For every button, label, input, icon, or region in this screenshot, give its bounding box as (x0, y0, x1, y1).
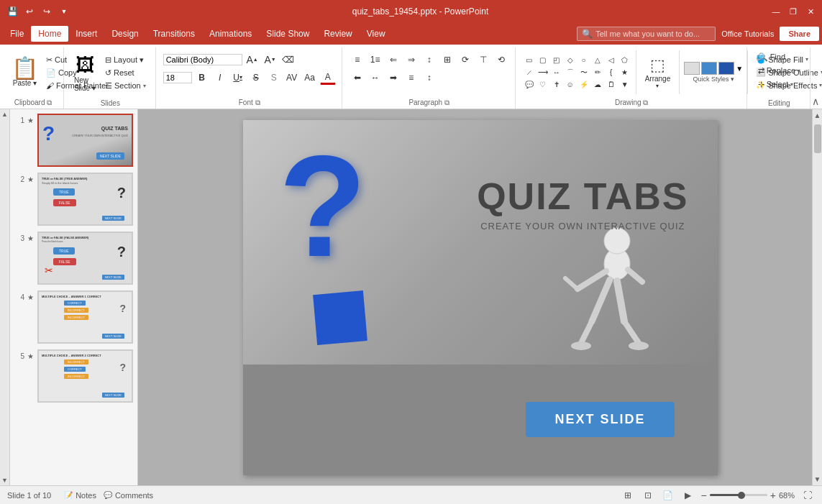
justify-button[interactable]: ≡ (403, 70, 419, 85)
reset-button[interactable]: ↺Reset (101, 67, 150, 79)
shape-freeform[interactable]: 〜 (577, 67, 590, 78)
menu-animations[interactable]: Animations (202, 26, 259, 42)
bold-button[interactable]: B (194, 70, 210, 85)
shape-brace[interactable]: { (605, 67, 618, 78)
italic-button[interactable]: I (212, 70, 228, 85)
close-button[interactable]: ✕ (805, 6, 816, 17)
new-slide-button[interactable]: 🖼 New Slide ▾ (71, 51, 99, 95)
arrange-button[interactable]: ⬚ Arrange ▾ (641, 53, 675, 92)
panel-up-button[interactable]: ▲ (0, 109, 10, 119)
drawing-expand[interactable]: ⧉ (643, 98, 648, 106)
next-slide-button[interactable]: NEXT SLIDE (526, 402, 674, 437)
char-spacing-button[interactable]: AV (284, 70, 300, 85)
menu-insert[interactable]: Insert (68, 26, 104, 42)
align-right-button[interactable]: ➡ (385, 70, 401, 85)
paste-button[interactable]: 📋 Paste ▾ (9, 55, 41, 90)
slide-thumb-4[interactable]: 4 ★ MULTIPLE CHOICE – ANSWER 1 CORRECT C… (13, 289, 134, 345)
shape-more[interactable]: ▼ (618, 79, 631, 91)
shape-note[interactable]: 🗒 (605, 79, 618, 91)
align-text-button[interactable]: ⊤ (475, 52, 491, 67)
shape-callout[interactable]: 💬 (523, 79, 536, 91)
shape-curve[interactable]: ⌒ (564, 67, 577, 78)
paragraph-expand[interactable]: ⧉ (444, 98, 449, 106)
text-direction-button[interactable]: ⟳ (457, 52, 473, 67)
convert-smartart-button[interactable]: ⟲ (493, 52, 509, 67)
shape-arrow[interactable]: ⟶ (536, 67, 549, 78)
shape-rounded[interactable]: ▢ (536, 55, 549, 66)
ribbon-collapse-button[interactable]: ∧ (812, 96, 819, 109)
office-tutorials-button[interactable]: Office Tutorials (716, 27, 780, 41)
customize-icon[interactable]: ▼ (58, 5, 70, 18)
slide-img-4[interactable]: MULTIPLE CHOICE – ANSWER 1 CORRECT CORRE… (37, 290, 133, 344)
shape-tri[interactable]: △ (591, 55, 604, 66)
slideshow-view-button[interactable]: ▶ (681, 489, 695, 502)
font-increase-button[interactable]: A▲ (245, 52, 260, 67)
menu-file[interactable]: File (3, 26, 31, 42)
layout-button[interactable]: ⊟Layout ▾ (101, 54, 150, 66)
shape-diamond[interactable]: ◇ (564, 55, 577, 66)
zoom-out-button[interactable]: − (701, 490, 707, 501)
menu-view[interactable]: View (360, 26, 393, 42)
search-input[interactable] (595, 29, 711, 38)
restore-button[interactable]: ❐ (787, 6, 799, 17)
menu-review[interactable]: Review (316, 26, 359, 42)
share-button[interactable]: Share (780, 27, 819, 41)
align-left-button[interactable]: ⬅ (350, 70, 365, 85)
strikethrough-button[interactable]: S (248, 70, 264, 85)
shape-cross[interactable]: ✝ (550, 79, 563, 91)
zoom-level[interactable]: 68% (779, 491, 795, 500)
font-expand[interactable]: ⧉ (255, 98, 260, 106)
shape-cloud[interactable]: ☁ (591, 79, 604, 91)
find-button[interactable]: 🔍Find (754, 51, 804, 63)
select-button[interactable]: ⊹Select ▾ (754, 78, 804, 91)
slide-sorter-button[interactable]: ⊡ (641, 489, 655, 502)
normal-view-button[interactable]: ⊞ (621, 489, 635, 502)
slide-img-1[interactable]: ? QUIZ TABS CREATE YOUR OWN INTERACTIVE … (37, 114, 133, 167)
slide-thumb-1[interactable]: 1 ★ ? QUIZ TABS CREATE YOUR OWN INTERACT… (13, 112, 134, 168)
zoom-in-button[interactable]: + (770, 490, 776, 501)
slide-thumb-5[interactable]: 5 ★ MULTIPLE CHOICE – ANSWER 2 CORRECT I… (13, 348, 134, 404)
slide-thumb-2[interactable]: 2 ★ TRUE or FALSE (TRUE ANSWER) Simply f… (13, 171, 134, 227)
quick-style-2[interactable] (701, 62, 717, 75)
shape-snip[interactable]: ◰ (550, 55, 563, 66)
panel-down-button[interactable]: ▼ (0, 475, 10, 485)
zoom-slider-thumb[interactable] (738, 492, 745, 499)
columns-button[interactable]: ⊞ (439, 52, 455, 67)
quick-style-1[interactable] (684, 62, 700, 75)
section-button[interactable]: ☰Section ▾ (101, 80, 150, 92)
shape-rtri[interactable]: ◁ (605, 55, 618, 66)
font-name-selector[interactable] (163, 54, 242, 65)
font-decrease-button[interactable]: A▼ (262, 52, 278, 67)
fit-window-button[interactable]: ⛶ (800, 489, 815, 502)
underline-button[interactable]: U ▾ (230, 70, 246, 85)
increase-indent-button[interactable]: ⇒ (403, 52, 419, 67)
shape-smiley[interactable]: ☺ (564, 79, 577, 91)
notes-button[interactable]: Notes (76, 491, 96, 500)
menu-design[interactable]: Design (104, 26, 145, 42)
shape-oval[interactable]: ○ (577, 55, 590, 66)
slide-img-2[interactable]: TRUE or FALSE (TRUE ANSWER) Simply fill … (37, 173, 133, 226)
scroll-up-button[interactable]: ▲ (812, 109, 822, 122)
bullets-button[interactable]: ≡ (350, 52, 365, 67)
menu-transitions[interactable]: Transitions (146, 26, 202, 42)
font-size-selector[interactable] (163, 72, 192, 83)
save-icon[interactable]: 💾 (6, 5, 19, 18)
decrease-indent-button[interactable]: ⇐ (385, 52, 401, 67)
shape-dblarrow[interactable]: ↔ (550, 67, 563, 78)
numbered-button[interactable]: 1≡ (367, 52, 383, 67)
line-spacing-button[interactable]: ↕ (421, 52, 437, 67)
slide-img-3[interactable]: TRUE or FALSE (FALSE ANSWER) Press the b… (37, 232, 133, 285)
zoom-slider[interactable] (710, 494, 767, 496)
replace-button[interactable]: ⇄Replace ▾ (754, 65, 804, 77)
slide-img-5[interactable]: MULTIPLE CHOICE – ANSWER 2 CORRECT INCOR… (37, 349, 133, 403)
shape-heart[interactable]: ♡ (536, 79, 549, 91)
quick-styles-more[interactable]: ▼ (736, 65, 743, 73)
line-spacing2-button[interactable]: ↕ (421, 70, 437, 85)
align-center-button[interactable]: ↔ (367, 70, 383, 85)
font-color-button[interactable]: A (320, 70, 336, 85)
reading-view-button[interactable]: 📄 (661, 489, 675, 502)
menu-home[interactable]: Home (31, 26, 68, 42)
undo-icon[interactable]: ↩ (23, 5, 36, 18)
change-case-button[interactable]: Aa (302, 70, 318, 85)
minimize-button[interactable]: — (770, 6, 782, 17)
